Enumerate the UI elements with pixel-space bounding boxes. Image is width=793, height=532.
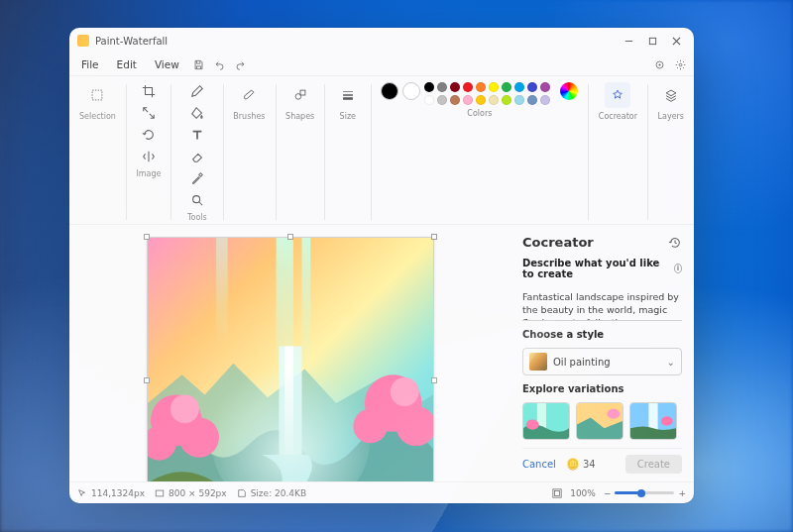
palette-swatch[interactable] — [476, 95, 486, 105]
minimize-button[interactable] — [617, 31, 640, 51]
flip-icon[interactable] — [140, 148, 158, 165]
group-layers: Layers — [654, 82, 688, 121]
crop-icon[interactable] — [140, 82, 158, 100]
canvas-image — [148, 238, 433, 481]
resize-handle[interactable] — [431, 377, 437, 383]
resize-handle[interactable] — [144, 234, 150, 240]
credits-count: 34 — [583, 459, 596, 470]
info-icon[interactable]: i — [674, 264, 682, 273]
style-dropdown[interactable]: Oil painting ⌄ — [522, 348, 682, 375]
save-icon[interactable] — [189, 57, 208, 72]
app-icon — [77, 35, 89, 47]
cocreator-button[interactable] — [605, 82, 630, 108]
shapes-tool[interactable] — [287, 82, 313, 108]
palette-swatch[interactable] — [437, 82, 447, 92]
label-colors: Colors — [467, 109, 492, 118]
eyedropper-icon[interactable] — [188, 169, 206, 187]
maximize-button[interactable] — [640, 31, 664, 51]
label-selection: Selection — [79, 112, 116, 121]
palette-swatch[interactable] — [540, 82, 550, 92]
zoom-out-icon[interactable]: − — [604, 488, 612, 498]
selection-tool[interactable] — [84, 82, 110, 108]
prompt-input[interactable] — [522, 287, 682, 321]
close-button[interactable] — [664, 31, 688, 51]
palette-swatch[interactable] — [450, 82, 460, 92]
canvas-area[interactable] — [69, 225, 510, 481]
palette-swatch[interactable] — [489, 82, 499, 92]
redo-icon[interactable] — [231, 57, 250, 72]
credits-badge: 🪙 34 — [566, 458, 596, 471]
color-palette[interactable] — [424, 82, 550, 105]
palette-swatch[interactable] — [489, 95, 499, 105]
size-tool[interactable] — [335, 82, 361, 108]
palette-swatch[interactable] — [437, 95, 447, 105]
zoom-slider[interactable]: − + — [604, 488, 686, 498]
palette-swatch[interactable] — [527, 82, 537, 92]
palette-swatch[interactable] — [527, 95, 537, 105]
zoom-percent: 100% — [570, 488, 596, 498]
menu-view[interactable]: View — [147, 56, 187, 72]
group-colors: Colors — [377, 82, 582, 118]
disk-icon — [237, 488, 247, 498]
label-tools: Tools — [187, 213, 207, 222]
cancel-button[interactable]: Cancel — [522, 459, 556, 470]
palette-swatch[interactable] — [476, 82, 486, 92]
menu-edit[interactable]: Edit — [109, 56, 145, 72]
svg-rect-11 — [216, 238, 228, 346]
copilot-icon[interactable] — [650, 57, 669, 72]
color2-swatch[interactable] — [402, 82, 420, 100]
svg-rect-35 — [156, 490, 164, 496]
layers-button[interactable] — [658, 82, 684, 108]
svg-rect-7 — [300, 90, 305, 95]
palette-swatch[interactable] — [514, 95, 524, 105]
zoom-in-icon[interactable]: + — [678, 488, 686, 498]
text-icon[interactable] — [188, 126, 206, 144]
resize-icon[interactable] — [140, 104, 158, 122]
resize-handle[interactable] — [144, 377, 150, 383]
brush-tool[interactable] — [236, 82, 262, 108]
group-cocreator: Cocreator — [595, 82, 641, 121]
palette-swatch[interactable] — [540, 95, 550, 105]
palette-swatch[interactable] — [514, 82, 524, 92]
label-brushes: Brushes — [233, 112, 265, 121]
variation-thumb[interactable] — [522, 402, 570, 440]
create-button[interactable]: Create — [625, 455, 682, 474]
edit-colors-icon[interactable] — [560, 82, 578, 100]
history-icon[interactable] — [668, 236, 682, 250]
variation-thumb[interactable] — [629, 402, 677, 440]
palette-swatch[interactable] — [450, 95, 460, 105]
bucket-icon[interactable] — [188, 104, 206, 122]
panel-footer: Cancel 🪙 34 Create — [522, 448, 682, 474]
svg-point-34 — [661, 416, 673, 425]
color1-swatch[interactable] — [381, 82, 398, 100]
svg-rect-37 — [555, 490, 560, 495]
palette-swatch[interactable] — [463, 95, 473, 105]
undo-icon[interactable] — [210, 57, 229, 72]
variation-thumb[interactable] — [576, 402, 623, 440]
settings-icon[interactable] — [671, 57, 690, 72]
palette-swatch[interactable] — [424, 82, 434, 92]
menu-file[interactable]: File — [73, 56, 107, 72]
resize-handle[interactable] — [431, 234, 437, 240]
eraser-icon[interactable] — [188, 148, 206, 165]
palette-swatch[interactable] — [502, 95, 511, 105]
group-image: Image — [132, 82, 165, 178]
rotate-icon[interactable] — [140, 126, 158, 144]
svg-rect-0 — [649, 38, 655, 44]
resize-handle[interactable] — [287, 234, 293, 240]
palette-swatch[interactable] — [502, 82, 511, 92]
magnifier-icon[interactable] — [188, 191, 206, 209]
palette-swatch[interactable] — [424, 95, 434, 105]
canvas[interactable] — [147, 237, 434, 481]
palette-swatch[interactable] — [463, 82, 473, 92]
svg-point-16 — [178, 417, 218, 457]
label-shapes: Shapes — [285, 112, 314, 121]
pencil-icon[interactable] — [188, 82, 206, 100]
group-shapes: Shapes — [282, 82, 318, 121]
chevron-down-icon: ⌄ — [667, 357, 675, 368]
fit-to-window-icon[interactable] — [552, 488, 562, 498]
ribbon: Selection Image Tools — [69, 75, 694, 225]
svg-point-5 — [193, 196, 200, 203]
coin-icon: 🪙 — [566, 458, 580, 471]
statusbar: 114,1324px 800 × 592px Size: 20.4KB 100%… — [69, 481, 694, 503]
